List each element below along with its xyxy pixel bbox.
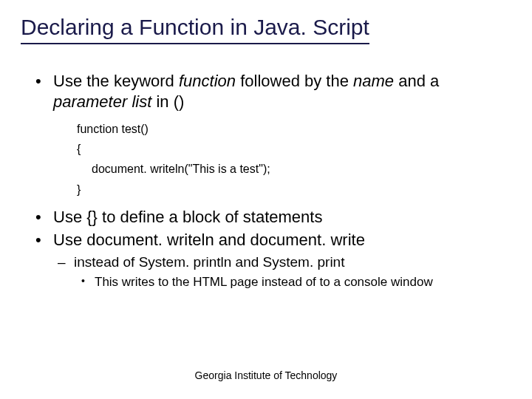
code-line: }: [77, 180, 511, 200]
code-block: function test() { document. writeln("Thi…: [77, 119, 511, 200]
sub-bullet-item: instead of System. println and System. p…: [53, 253, 511, 291]
text-emphasis: function: [179, 72, 236, 90]
sub-sub-bullet-list: This writes to the HTML page instead of …: [74, 274, 511, 290]
text-segment: followed by the: [236, 72, 353, 90]
bullet-item: Use document. writeln and document. writ…: [21, 230, 511, 290]
text-segment: Use document. writeln and document. writ…: [53, 231, 365, 249]
text-segment: Use the keyword: [53, 72, 179, 90]
slide-footer: Georgia Institute of Technology: [0, 369, 532, 381]
sub-bullet-list: instead of System. println and System. p…: [53, 253, 511, 291]
text-segment: and a: [394, 72, 439, 90]
text-emphasis: parameter list: [53, 92, 151, 111]
code-line: document. writeln("This is a test");: [77, 159, 511, 179]
bullet-item: Use {} to define a block of statements: [21, 207, 511, 228]
sub-sub-bullet-item: This writes to the HTML page instead of …: [74, 274, 511, 290]
text-segment: Use {} to define a block of statements: [53, 208, 322, 226]
slide-title: Declaring a Function in Java. Script: [21, 15, 369, 44]
text-segment: in (): [151, 92, 184, 111]
bullet-list: Use {} to define a block of statements U…: [21, 207, 511, 291]
bullet-item: Use the keyword function followed by the…: [21, 71, 511, 112]
text-segment: instead of System. println and System. p…: [74, 254, 344, 270]
text-segment: This writes to the HTML page instead of …: [95, 275, 433, 289]
text-emphasis: name: [353, 72, 394, 90]
bullet-list: Use the keyword function followed by the…: [21, 71, 511, 112]
code-line: {: [77, 139, 511, 159]
code-line: function test(): [77, 119, 511, 139]
